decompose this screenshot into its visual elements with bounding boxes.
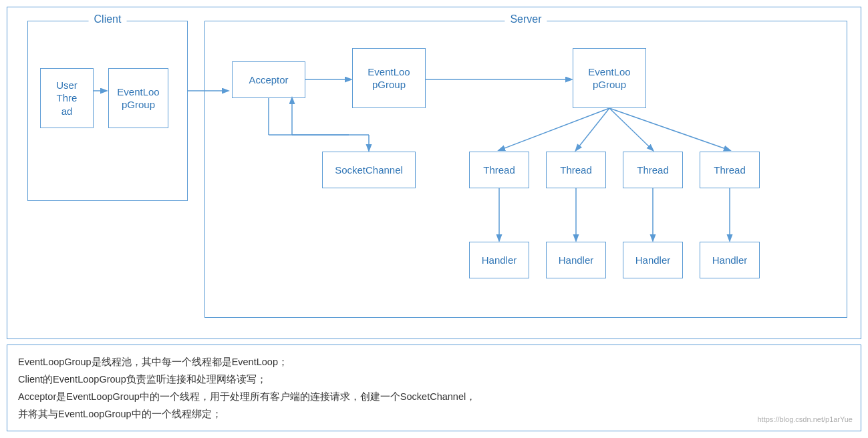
diagram-area: Client User Thre ad EventLoo pGroup Serv… [7,7,861,339]
desc-line-4: 并将其与EventLoopGroup中的一个线程绑定； [18,405,850,423]
thread1-node: Thread [469,152,529,188]
thread4-node: Thread [700,152,760,188]
handler2-node: Handler [546,242,606,278]
server-label: Server [504,13,547,25]
desc-line-2: Client的EventLoopGroup负责监听连接和处理网络读写； [18,371,850,388]
socket-channel-node: SocketChannel [322,152,416,188]
handler4-node: Handler [700,242,760,278]
event-loop-group1-node: EventLoo pGroup [352,48,426,108]
thread3-node: Thread [623,152,683,188]
description-area: EventLoopGroup是线程池，其中每一个线程都是EventLoop； C… [7,345,861,431]
user-thread-node: User Thre ad [40,68,94,128]
event-loop-group2-node: EventLoo pGroup [573,48,646,108]
svg-line-8 [576,108,609,150]
svg-line-9 [609,108,653,150]
watermark: https://blog.csdn.net/p1arYue [758,413,853,427]
server-box: Server Acceptor EventLoo pGroup EventLoo… [204,21,847,318]
handler1-node: Handler [469,242,529,278]
client-label: Client [89,13,127,25]
svg-line-10 [609,108,730,150]
thread2-node: Thread [546,152,606,188]
handler3-node: Handler [623,242,683,278]
svg-line-7 [499,108,609,150]
client-box: Client User Thre ad EventLoo pGroup [27,21,188,201]
desc-line-3: Acceptor是EventLoopGroup中的一个线程，用于处理所有客户端的… [18,388,850,405]
acceptor-node: Acceptor [232,61,305,98]
desc-line-1: EventLoopGroup是线程池，其中每一个线程都是EventLoop； [18,353,850,371]
event-loop-group-client-node: EventLoo pGroup [108,68,168,128]
main-container: Client User Thre ad EventLoo pGroup Serv… [0,0,868,438]
